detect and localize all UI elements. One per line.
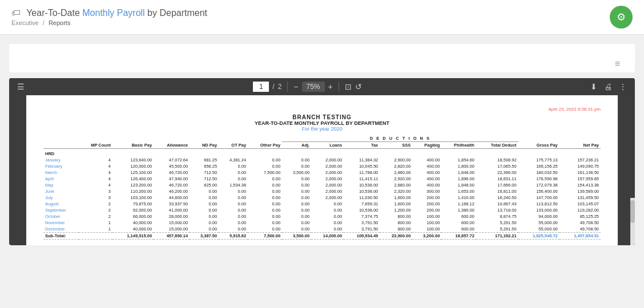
col-total-deduct: Total Deduct (476, 142, 518, 149)
col-loans: Loans (311, 142, 344, 149)
toolbar-sep-1 (287, 82, 288, 92)
table-header-row: MP Count Basic Pay Allowance ND Pay OT P… (43, 142, 601, 149)
breadcrumb: Executive / Reports (11, 19, 207, 26)
zoom-level: 75% (302, 82, 325, 92)
deductions-label: D E D U C T I O N S (282, 135, 518, 142)
report-header: April 23, 2022 6:08:31 pm BRANCH TESTING… (43, 107, 601, 132)
scrollbar[interactable] (630, 198, 635, 245)
col-ot: OT Pay (219, 142, 248, 149)
col-adj: Adj. (282, 142, 311, 149)
scroll-thumb[interactable] (630, 200, 635, 223)
breadcrumb-sep: / (43, 19, 45, 26)
table-body: HRD January 4 123,640.00 47,072.64 681.2… (43, 149, 601, 240)
toolbar-left: ☰ (17, 82, 25, 91)
content-area: ≡ ☰ / 2 − 75% + ⊡ ↺ ⬇ 🖨 ⋮ (0, 35, 644, 297)
toolbar-center: / 2 − 75% + ⊡ ↺ (25, 82, 590, 92)
col-name (43, 142, 79, 149)
table-row: November 1 40,000.00 15,000.00 0.00 0.00… (43, 220, 601, 226)
col-gross: Gross Pay (518, 142, 560, 149)
table-row: March 4 125,100.00 46,720.00 712.50 0.00… (43, 169, 601, 176)
table-row: May 4 123,200.00 46,720.00 625.00 1,534.… (43, 182, 601, 188)
col-other: Other Pay (248, 142, 282, 149)
col-philhealth: Philhealth (441, 142, 476, 149)
top-bar-left: 🏷 Year-To-Date Monthly Payroll by Depart… (11, 8, 207, 26)
rotate-icon[interactable]: ↺ (355, 82, 362, 91)
col-sss: SSS (380, 142, 412, 149)
pdf-toolbar: ☰ / 2 − 75% + ⊡ ↺ ⬇ 🖨 ⋮ (9, 78, 635, 95)
pdf-content: April 23, 2022 6:08:31 pm BRANCH TESTING… (26, 95, 618, 245)
print-icon[interactable]: 🖨 (604, 82, 612, 91)
table-row: February 4 120,000.00 45,500.00 656.25 0… (43, 163, 601, 169)
title-blue: Monthly Payroll (82, 8, 144, 18)
pdf-viewer: ☰ / 2 − 75% + ⊡ ↺ ⬇ 🖨 ⋮ (9, 78, 635, 245)
table-row: June 3 110,200.00 46,200.00 0.00 0.00 0.… (43, 188, 601, 194)
tag-icon: 🏷 (11, 8, 21, 18)
table-row: July 3 103,100.00 44,600.00 0.00 0.00 0.… (43, 194, 601, 201)
table-row: October 2 66,000.00 28,000.00 0.00 0.00 … (43, 213, 601, 220)
page-sep: / (272, 83, 274, 91)
subtotal-row: Sub-Total: 1,149,515.00 457,690.14 3,387… (43, 233, 601, 240)
report-title: YEAR-TO-DATE MONTHLY PAYROLL BY DEPARTME… (43, 120, 601, 126)
table-row: January 4 123,640.00 47,072.64 681.25 4,… (43, 157, 601, 163)
download-icon[interactable]: ⬇ (590, 82, 597, 91)
title-prefix: Year-To-Date (26, 8, 82, 18)
gear-button[interactable]: ⚙ (610, 6, 633, 29)
table-row: August 2 79,875.00 33,937.50 0.00 0.00 0… (43, 201, 601, 207)
options-panel: ≡ (9, 44, 635, 72)
more-icon[interactable]: ⋮ (619, 82, 627, 91)
fit-page-icon[interactable]: ⊡ (345, 82, 352, 91)
report-date: April 23, 2022 6:08:31 pm (43, 107, 601, 112)
section-header-hrd: HRD (43, 149, 601, 157)
page-number-input[interactable] (253, 82, 269, 92)
report-subtitle: For the year 2020 (43, 126, 601, 132)
toolbar-sep-2 (339, 82, 339, 92)
panel-menu-icon[interactable]: ≡ (615, 59, 620, 69)
col-net: Net Pay (560, 142, 601, 149)
breadcrumb-parent[interactable]: Executive (11, 19, 39, 26)
breadcrumb-current: Reports (49, 19, 71, 26)
col-allow: Allowance (154, 142, 190, 149)
col-mp: MP Count (79, 142, 112, 149)
report-company: BRANCH TESTING (43, 114, 601, 120)
table-row: April 4 126,400.00 47,940.00 712.50 0.00… (43, 176, 601, 182)
top-bar: 🏷 Year-To-Date Monthly Payroll by Depart… (0, 0, 644, 35)
col-basic: Basic Pay (112, 142, 154, 149)
title-suffix: by Department (145, 8, 207, 18)
table-row: December 1 40,000.00 15,000.00 0.00 0.00… (43, 226, 601, 233)
page-title: 🏷 Year-To-Date Monthly Payroll by Depart… (11, 8, 207, 18)
zoom-out-icon[interactable]: − (293, 82, 298, 91)
page-total: 2 (278, 83, 282, 91)
zoom-in-icon[interactable]: + (328, 82, 333, 91)
hamburger-icon[interactable]: ☰ (17, 82, 25, 91)
toolbar-right: ⬇ 🖨 ⋮ (590, 82, 627, 91)
col-tax: Tax (344, 142, 380, 149)
col-nd: ND Pay (190, 142, 219, 149)
col-pagibig: Pagibig (412, 142, 441, 149)
payroll-table: D E D U C T I O N S MP Count Basic Pay A… (43, 135, 601, 240)
table-row: September 2 92,000.00 41,000.00 0.00 0.0… (43, 207, 601, 213)
